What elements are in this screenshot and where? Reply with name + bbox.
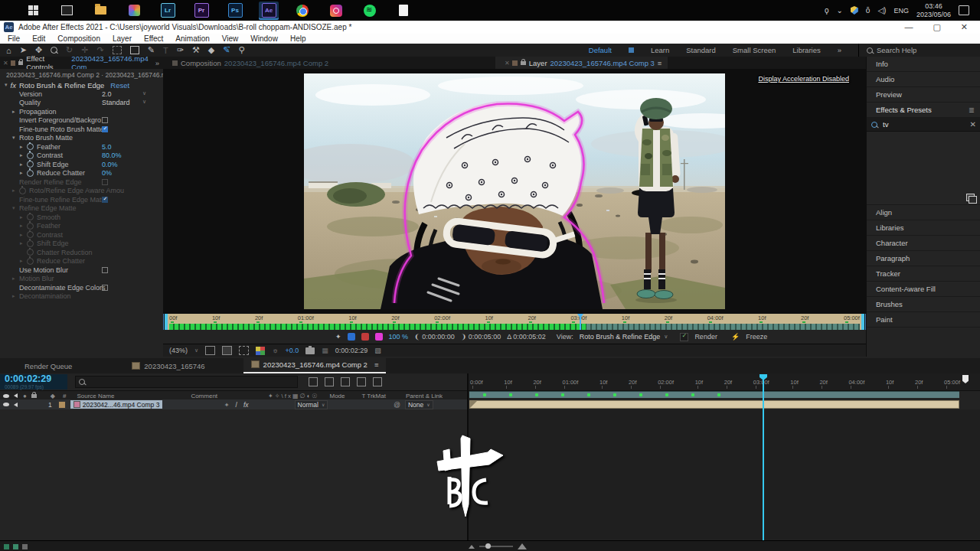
layer-playhead[interactable] (580, 314, 581, 330)
ec-row-invert[interactable]: Invert Foreground/Backgro (0, 116, 163, 126)
twirl-right-icon[interactable]: ▸ (20, 161, 27, 168)
clone-stamp-tool-icon[interactable]: ⚒ (192, 45, 200, 55)
panel-info[interactable]: Info (867, 57, 980, 72)
preview-star-icon[interactable]: ✦ (335, 333, 341, 341)
graph-editor-icon[interactable] (373, 377, 382, 386)
layer-duration-bar[interactable] (469, 400, 959, 409)
instagram-button[interactable] (326, 2, 346, 20)
clear-search-icon[interactable]: ✕ (970, 120, 976, 129)
timeline-empty-area[interactable] (0, 409, 467, 540)
ec-row-shift-edge[interactable]: ▸Shift Edge0.0% (0, 160, 163, 169)
layer-mode-dropdown[interactable]: Normal∨ (295, 400, 328, 409)
menu-composition[interactable]: Composition (57, 34, 100, 43)
stopwatch-icon[interactable] (27, 170, 34, 177)
roto-brush-tool-icon[interactable]: ✎⃗ (223, 45, 230, 55)
layer-audio-toggle[interactable] (14, 403, 18, 407)
panel-audio[interactable]: Audio (867, 72, 980, 87)
menu-animation[interactable]: Animation (175, 34, 209, 43)
alpha-boundary-icon[interactable] (361, 333, 369, 341)
search-help[interactable]: Search Help (858, 44, 974, 57)
puppet-pin-tool-icon[interactable]: ⚲ (238, 45, 244, 55)
ec-row-propagation[interactable]: ▸Propagation (0, 107, 163, 116)
lightroom-button[interactable]: Lr (158, 2, 178, 20)
shy-layers-icon[interactable] (325, 377, 334, 386)
current-timecode[interactable]: 0:00:02:29 00089 (29.97 fps) (0, 374, 67, 390)
invert-checkbox[interactable] (102, 117, 108, 123)
zoom-slider-knob[interactable] (485, 543, 491, 549)
comment-column[interactable]: Comment (191, 393, 217, 399)
panel-preview[interactable]: Preview (867, 87, 980, 103)
lock-icon[interactable] (18, 61, 23, 65)
mask-visibility-icon[interactable] (222, 346, 232, 355)
safe-margins-icon[interactable] (205, 346, 215, 355)
ec-row-version[interactable]: Version2.0∨ (0, 90, 163, 99)
panel-content-aware-fill[interactable]: Content-Aware Fill (867, 282, 980, 297)
panel-menu-icon[interactable]: ≣ (969, 106, 980, 114)
parent-pickwhip-icon[interactable]: @ (394, 401, 400, 409)
show-channel-icon[interactable] (256, 347, 265, 355)
region-of-interest-icon[interactable] (239, 346, 249, 355)
panel-brushes[interactable]: Brushes (867, 297, 980, 312)
zoom-out-mountain-icon[interactable] (469, 545, 475, 549)
roto-propagation-span[interactable] (169, 324, 586, 330)
windows-start-button[interactable] (23, 2, 43, 20)
lock-column-icon[interactable] (31, 394, 37, 398)
ec-row-quality[interactable]: QualityStandard∨ (0, 99, 163, 108)
panel-paint[interactable]: Paint (867, 312, 980, 328)
parent-link-column[interactable]: Parent & Link (406, 393, 443, 399)
snapshot-camera-icon[interactable] (305, 347, 315, 354)
layer-quality-icon[interactable]: / (236, 401, 237, 409)
action-center-icon[interactable] (959, 5, 969, 15)
alpha-overlay-color-swatch[interactable] (375, 333, 383, 341)
effect-header-row[interactable]: ▾ fx Roto Brush & Refine Edge Reset (0, 80, 163, 90)
people-icon[interactable]: ϙ (825, 6, 829, 15)
contrast-value[interactable]: 80.0% (102, 152, 122, 159)
reset-exposure-icon[interactable]: ☼ (272, 347, 278, 354)
menu-help[interactable]: Help (290, 34, 306, 43)
layer-parent-dropdown[interactable]: None∨ (405, 400, 433, 409)
panel-menu-icon[interactable]: ≡ (374, 360, 379, 369)
hidden-icons-chevron[interactable]: ⌄ (836, 6, 842, 15)
workspace-learn[interactable]: Learn (651, 46, 669, 54)
transparency-grid-icon[interactable]: ▧ (374, 347, 381, 354)
twirl-right-icon[interactable]: ▸ (20, 144, 27, 150)
your-phone-icon[interactable]: ō (866, 6, 871, 15)
work-area-bar[interactable] (469, 391, 959, 398)
workspace-small-screen[interactable]: Small Screen (733, 46, 776, 54)
ec-row-feather[interactable]: ▸Feather5.0 (0, 142, 163, 152)
render-queue-tab[interactable]: Render Queue (17, 358, 80, 373)
layer-viewer[interactable]: Display Acceleration Disabled (163, 69, 866, 314)
zoom-slider-track[interactable] (479, 546, 513, 547)
ec-row-decontaminate[interactable]: Decontaminate Edge Colors (0, 283, 163, 292)
zoom-in-mountain-icon[interactable] (518, 543, 527, 549)
video-column-icon[interactable] (3, 394, 9, 398)
layer-panel-ruler[interactable]: 00f10f20f01:00f 10f20f02:00f10f 20f03:00… (165, 314, 864, 330)
file-explorer-button[interactable] (90, 2, 110, 20)
stopwatch-icon[interactable] (27, 161, 34, 168)
render-checkbox[interactable] (680, 333, 688, 341)
timeline-ruler[interactable]: 0:00f10f20f01:00f 10f20f02:00f10f 20f03:… (469, 373, 980, 391)
status-icon-2[interactable] (13, 544, 18, 549)
menu-edit[interactable]: Edit (32, 34, 45, 43)
menu-effect[interactable]: Effect (144, 34, 163, 43)
chrome-button[interactable] (292, 2, 312, 20)
status-icon-1[interactable] (4, 544, 9, 549)
volume-icon[interactable]: ◁) (877, 6, 886, 15)
menu-layer[interactable]: Layer (113, 34, 132, 43)
menu-view[interactable]: View (222, 34, 239, 43)
freeze-label[interactable]: Freeze (746, 333, 767, 341)
trkmat-column[interactable]: T TrkMat (361, 393, 385, 399)
close-tab-icon[interactable]: ✕ (3, 60, 8, 67)
region-of-interest-tool-icon[interactable] (113, 46, 122, 54)
timeline-track-area[interactable] (469, 409, 980, 540)
menu-file[interactable]: File (8, 34, 20, 43)
layer-row[interactable]: 1 2023042...46.mp4 Comp 3 ✦ / fx Normal∨… (0, 399, 467, 409)
ec-row-reduce-chatter[interactable]: ▸Reduce Chatter0% (0, 169, 163, 178)
show-snapshot-icon[interactable]: ▦ (322, 347, 328, 354)
layer-label-chip[interactable] (58, 401, 66, 409)
close-tab-icon[interactable]: ✕ (505, 60, 510, 67)
task-view-button[interactable] (57, 2, 77, 20)
magnification-chevron[interactable]: ∨ (194, 347, 198, 354)
eraser-tool-icon[interactable]: ◆ (208, 45, 214, 55)
zoom-tool-icon[interactable] (51, 47, 57, 54)
